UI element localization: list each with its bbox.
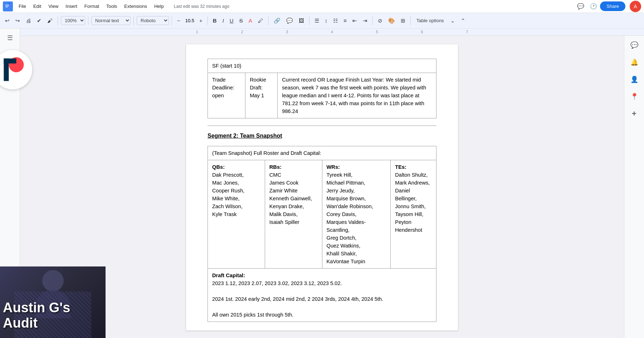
paragraph-style-select[interactable]: Normal text Heading 1 Heading 2 bbox=[91, 16, 131, 25]
right-sidebar: 💬 🔔 👤 📍 + bbox=[624, 36, 644, 338]
section-divider bbox=[208, 126, 436, 126]
divider-1 bbox=[58, 16, 58, 25]
divider-2 bbox=[88, 16, 88, 25]
comments-icon[interactable]: 💬 bbox=[576, 1, 586, 11]
tes-cell: TEs: Dalton Shultz,Mark Andrews,Daniel B… bbox=[391, 160, 436, 269]
page-content: SF (start 10) Trade Deadline: open Rooki… bbox=[208, 59, 436, 322]
share-button[interactable]: Share bbox=[600, 1, 625, 11]
divider-3 bbox=[133, 16, 134, 25]
wrs-players: Tyreek Hill,Michael Pittman,Jerry Jeudy,… bbox=[327, 172, 373, 264]
align-button[interactable]: ☰ bbox=[312, 16, 321, 25]
indent-increase-button[interactable]: ⇥ bbox=[361, 16, 370, 25]
docs-icon bbox=[3, 1, 13, 11]
table-options-button[interactable]: Table options bbox=[414, 16, 447, 25]
divider-8 bbox=[372, 16, 373, 25]
font-size-increase-button[interactable]: + bbox=[197, 16, 205, 25]
menu-edit[interactable]: Edit bbox=[30, 2, 44, 10]
tes-label: TEs: bbox=[395, 164, 406, 170]
menu-tools[interactable]: Tools bbox=[103, 2, 120, 10]
collapse-button[interactable]: ⌃ bbox=[459, 16, 468, 25]
rbs-cell: RBs: CMCJames CookZamir WhiteKenneth Gai… bbox=[265, 160, 322, 269]
history-icon[interactable]: 🕐 bbox=[589, 1, 599, 11]
menu-extensions[interactable]: Extensions bbox=[121, 2, 150, 10]
qbs-players: Dak Prescott,Mac Jones,Cooper Rush,Mike … bbox=[212, 172, 244, 217]
divider-6 bbox=[268, 16, 269, 25]
clear-formatting-button[interactable]: ⊘ bbox=[376, 16, 385, 25]
divider-5 bbox=[208, 16, 208, 25]
text-color-button[interactable]: A bbox=[247, 16, 254, 25]
qbs-label: QBs: bbox=[212, 164, 225, 170]
document-page: SF (start 10) Trade Deadline: open Rooki… bbox=[186, 44, 458, 330]
divider-7 bbox=[309, 16, 309, 25]
roster-table: (Team Snapshot) Full Roster and Draft Ca… bbox=[208, 146, 436, 322]
map-icon[interactable]: 👤 bbox=[628, 73, 641, 86]
divider-9 bbox=[410, 16, 411, 25]
list-button[interactable]: ☷ bbox=[331, 16, 340, 25]
menu-format[interactable]: Format bbox=[82, 2, 102, 10]
italic-button[interactable]: I bbox=[220, 16, 226, 25]
trade-deadline-cell: Trade Deadline: open bbox=[208, 73, 245, 118]
font-family-select[interactable]: Roboto Arial Times New Roman bbox=[137, 16, 169, 25]
divider-4 bbox=[172, 16, 172, 25]
menu-insert[interactable]: Insert bbox=[63, 2, 80, 10]
qbs-cell: QBs: Dak Prescott,Mac Jones,Cooper Rush,… bbox=[208, 160, 265, 269]
add-icon[interactable]: + bbox=[628, 107, 641, 120]
location-icon[interactable]: 📍 bbox=[628, 90, 641, 103]
numbered-list-button[interactable]: ≡ bbox=[341, 16, 349, 25]
paint-format-button[interactable]: 🖌 bbox=[45, 16, 55, 25]
comments-panel-icon[interactable]: 💬 bbox=[628, 39, 641, 52]
patreon-bubble[interactable] bbox=[0, 50, 32, 89]
indent-decrease-button[interactable]: ⇤ bbox=[350, 16, 359, 25]
strikethrough-button[interactable]: S bbox=[237, 16, 245, 25]
wrs-label: WRs: bbox=[327, 164, 340, 170]
zoom-select[interactable]: 100% 75% 150% bbox=[61, 16, 85, 25]
svg-rect-3 bbox=[5, 7, 8, 8]
font-size-decrease-button[interactable]: − bbox=[175, 16, 182, 25]
header-right-icons: 💬 🕐 bbox=[576, 1, 599, 11]
draft-capital-all: All own 2015 picks 1st through 5th. bbox=[212, 312, 293, 318]
undo-button[interactable]: ↩ bbox=[3, 16, 12, 25]
expand-button[interactable]: ⌄ bbox=[448, 16, 457, 25]
svg-rect-2 bbox=[5, 6, 9, 6]
ruler: 1234567 bbox=[20, 29, 644, 36]
underline-button[interactable]: U bbox=[228, 16, 236, 25]
comment-button[interactable]: 💬 bbox=[284, 16, 295, 25]
rbs-label: RBs: bbox=[269, 164, 282, 170]
menu-help[interactable]: Help bbox=[151, 2, 167, 10]
spellcheck-button[interactable]: ✔ bbox=[35, 16, 44, 25]
redo-button[interactable]: ↪ bbox=[13, 16, 22, 25]
sf-start-header: SF (start 10) bbox=[208, 59, 436, 73]
print-button[interactable]: 🖨 bbox=[24, 16, 33, 25]
outline-icon[interactable]: ☰ bbox=[4, 31, 16, 44]
bold-button[interactable]: B bbox=[211, 16, 219, 25]
document-area: SF (start 10) Trade Deadline: open Rooki… bbox=[20, 36, 624, 338]
patreon-logo-circle bbox=[0, 50, 32, 89]
image-button[interactable]: 🖼 bbox=[297, 16, 306, 25]
info-table: SF (start 10) Trade Deadline: open Rooki… bbox=[208, 59, 436, 118]
menu-view[interactable]: View bbox=[45, 2, 61, 10]
bg-color-button[interactable]: 🎨 bbox=[386, 16, 397, 25]
record-info-cell: Current record OR League Finish Last Yea… bbox=[278, 73, 436, 118]
svg-rect-7 bbox=[4, 59, 16, 64]
border-button[interactable]: ⊞ bbox=[399, 16, 408, 25]
wrs-cell: WRs: Tyreek Hill,Michael Pittman,Jerry J… bbox=[322, 160, 391, 269]
toolbar: ↩ ↪ 🖨 ✔ 🖌 100% 75% 150% Normal text Head… bbox=[0, 13, 644, 29]
font-size-display: 10.5 bbox=[184, 18, 196, 23]
last-edit-text: Last edit was 32 minutes ago bbox=[174, 4, 572, 9]
chat-icon[interactable]: 🔔 bbox=[628, 56, 641, 69]
line-spacing-button[interactable]: ↕ bbox=[323, 16, 330, 25]
draft-capital-cell: Draft Capital: 2023 1.12, 2023 2.07, 202… bbox=[208, 269, 436, 322]
menu-file[interactable]: File bbox=[16, 2, 29, 10]
segment-2-title: Segment 2: Team Snapshot bbox=[208, 132, 436, 140]
draft-capital-2024: 2024 1st. 2024 early 2nd, 2024 mid 2nd, … bbox=[212, 296, 383, 302]
webcam-overlay-text: Austin G's Audit bbox=[3, 300, 106, 331]
highlight-button[interactable]: 🖊 bbox=[256, 16, 265, 25]
roster-table-header: (Team Snapshot) Full Roster and Draft Ca… bbox=[208, 146, 436, 160]
rbs-players: CMCJames CookZamir WhiteKenneth Gainwell… bbox=[269, 172, 312, 225]
tes-players: Dalton Shultz,Mark Andrews,Daniel Bellin… bbox=[395, 172, 430, 233]
avatar[interactable]: A bbox=[630, 1, 641, 12]
draft-capital-label: Draft Capital: bbox=[212, 273, 245, 278]
webcam-video: Austin G's Audit bbox=[0, 266, 106, 338]
webcam-overlay: Austin G's Audit bbox=[0, 266, 106, 338]
link-button[interactable]: 🔗 bbox=[272, 16, 283, 25]
